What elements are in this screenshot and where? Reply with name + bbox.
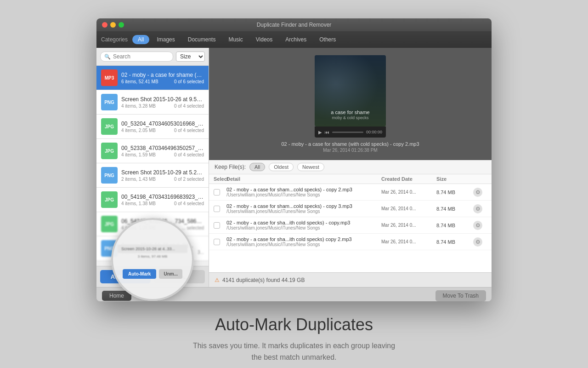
- item-count: 4 items, 2.05 MB: [121, 128, 156, 133]
- item-selected: 0 of 4 selected: [174, 201, 204, 206]
- mag-unmark-button[interactable]: Unm...: [159, 269, 182, 279]
- promo-section: Auto-Mark Duplicates This saves you time…: [184, 301, 404, 368]
- col-size: Size: [436, 176, 473, 182]
- item-info: 00_52338_470346496350257_7364... 4 items…: [121, 145, 204, 157]
- category-all[interactable]: All: [132, 35, 149, 44]
- row-date-2: Mar 26, 2014 0...: [381, 223, 436, 228]
- item-meta: 2 items, 1.43 MB 0 of 2 selected: [121, 177, 204, 182]
- row-checkbox-0[interactable]: [214, 189, 220, 196]
- search-input[interactable]: [113, 53, 169, 60]
- list-item[interactable]: PNG Screen Shot 2015-10-29 at 5.27.41...…: [96, 163, 209, 188]
- list-item[interactable]: JPG 00_54198_470343169683923_1361... 4 i…: [96, 188, 209, 212]
- play-button[interactable]: ▶: [318, 130, 322, 135]
- item-title: 02 - moby - a case for shame (with c...: [121, 72, 204, 78]
- file-type-icon: MP3: [101, 69, 118, 86]
- list-item[interactable]: JPG 00_53204_470346053016968_5011... 4 i…: [96, 115, 209, 139]
- time-display: 00:00:00: [366, 130, 382, 134]
- right-panel: a case for shame moby & cold specks ▶ ⏮ …: [209, 48, 492, 287]
- keep-newest-button[interactable]: Newest: [297, 163, 324, 171]
- category-videos[interactable]: Videos: [250, 35, 278, 44]
- row-action-0[interactable]: ⚙: [473, 188, 482, 197]
- item-selected: 0 of 4 selected: [174, 128, 204, 133]
- file-info: 02 - moby - a case for shame (with cold …: [281, 141, 419, 153]
- window-controls: [102, 22, 124, 28]
- item-info: 02 - moby - a case for shame (with c... …: [121, 72, 204, 84]
- list-item[interactable]: JPG 00_52338_470346496350257_7364... 4 i…: [96, 139, 209, 163]
- item-selected: 3...: [198, 250, 204, 255]
- promo-title: Auto-Mark Duplicates: [193, 315, 395, 334]
- file-type-icon: JPG: [101, 118, 118, 135]
- table-row: 02 - moby - a case for sham...cold speck…: [209, 184, 492, 201]
- app-window: Duplicate Finder and Remover Categories …: [96, 18, 492, 301]
- window-title: Duplicate Finder and Remover: [257, 22, 332, 28]
- item-count: 4 items, 1.38 MB: [121, 201, 156, 206]
- row-action-1[interactable]: ⚙: [473, 204, 482, 213]
- row-filename-3: 02 - moby - a case for sha...ith cold sp…: [226, 236, 381, 242]
- item-meta: 6 items, 52.41 MB 0 of 6 selected: [121, 79, 204, 84]
- preview-file-date: Mar 26, 2014 01:26:38 PM: [281, 148, 419, 153]
- move-to-trash-button[interactable]: Move To Trash: [435, 290, 486, 301]
- close-button[interactable]: [102, 22, 107, 28]
- row-path-2: /Users/william.jones/Music/iTunes/New So…: [226, 225, 381, 230]
- mag-auto-mark-button[interactable]: Auto-Mark: [123, 269, 156, 279]
- search-box[interactable]: 🔍: [100, 52, 173, 62]
- item-count: 2 items, 1.43 MB: [121, 177, 156, 182]
- keep-bar: Keep File(s): All Oldest Newest: [209, 160, 492, 174]
- item-info: 00_53204_470346053016968_5011... 4 items…: [121, 121, 204, 133]
- magnifier-overlay: Screen 2015-10-26 at 4..33... 3 items, 9…: [111, 218, 194, 301]
- search-icon: 🔍: [104, 54, 111, 60]
- media-controls: ▶ ⏮ 00:00:00: [315, 126, 386, 138]
- item-title: Screen Shot 2015-10-29 at 5.27.41...: [121, 169, 204, 176]
- row-checkbox-2[interactable]: [214, 222, 220, 229]
- album-title: a case for shame: [331, 109, 369, 115]
- list-item[interactable]: MP3 02 - moby - a case for shame (with c…: [96, 66, 209, 90]
- row-action-3[interactable]: ⚙: [473, 237, 482, 247]
- magnifier-buttons: Auto-Mark Unm...: [118, 269, 187, 279]
- row-path-1: /Users/william.jones/Music/iTunes/New So…: [226, 209, 381, 214]
- item-count: 4 items, 1.59 MB: [121, 152, 156, 157]
- table-row: 02 - moby - a case for sha...ith cold sp…: [209, 234, 492, 250]
- sort-select[interactable]: Size Name Date: [176, 52, 205, 62]
- item-title: 00_52338_470346496350257_7364...: [121, 145, 204, 151]
- magnifier-content: Screen 2015-10-26 at 4..33... 3 items, 9…: [113, 240, 192, 265]
- row-checkbox-3[interactable]: [214, 239, 220, 245]
- category-images[interactable]: Images: [151, 35, 180, 44]
- sidebar-bottom-bar: Auto-Mark Unm... Screen 2015-10-26 at 4.…: [96, 266, 209, 287]
- row-size-2: 8.74 MB: [436, 223, 473, 228]
- file-type-icon: JPG: [101, 191, 118, 208]
- row-action-2[interactable]: ⚙: [473, 221, 482, 230]
- col-detail: Detail: [226, 176, 381, 182]
- category-documents[interactable]: Documents: [182, 35, 221, 44]
- item-info: Screen Shot 2015-10-29 at 5.27.41... 2 i…: [121, 169, 204, 182]
- minimize-button[interactable]: [110, 22, 116, 28]
- keep-all-button[interactable]: All: [249, 163, 265, 171]
- keep-oldest-button[interactable]: Oldest: [269, 163, 294, 171]
- category-archives[interactable]: Archives: [280, 35, 312, 44]
- col-date: Created Date: [381, 176, 436, 182]
- album-art-text: a case for shame moby & cold specks: [331, 109, 369, 121]
- sidebar-toolbar: 🔍 Size Name Date: [96, 48, 209, 66]
- rewind-button[interactable]: ⏮: [325, 130, 329, 135]
- row-filename-0: 02 - moby - a case for sham...cold speck…: [226, 187, 381, 192]
- table-body: 02 - moby - a case for sham...cold speck…: [209, 184, 492, 272]
- item-selected: 0 of 4 selected: [174, 152, 204, 157]
- list-item[interactable]: PNG Screen Shot 2015-10-26 at 9.59.47...…: [96, 90, 209, 115]
- row-size-3: 8.74 MB: [436, 239, 473, 245]
- mag-item-meta-1: 3 items, 97.48 MB: [118, 254, 187, 259]
- album-artist: moby & cold specks: [331, 115, 369, 121]
- category-music[interactable]: Music: [223, 35, 248, 44]
- mag-item-1: Screen 2015-10-26 at 4..33...: [118, 245, 187, 253]
- item-count: 4 items, 3.28 MB: [121, 104, 156, 109]
- table-row: 02 - moby - a case for sham...cold speck…: [209, 201, 492, 217]
- maximize-button[interactable]: [119, 22, 124, 28]
- row-path-0: /Users/william.jones/Music/iTunes/New So…: [226, 192, 381, 197]
- row-checkbox-1[interactable]: [214, 206, 220, 212]
- item-meta: 4 items, 3.28 MB 0 of 4 selected: [121, 104, 204, 109]
- row-size-1: 8.74 MB: [436, 206, 473, 212]
- preview-area: a case for shame moby & cold specks ▶ ⏮ …: [209, 48, 492, 160]
- item-meta: 4 items, 1.38 MB 0 of 4 selected: [121, 201, 204, 206]
- warning-icon: ⚠: [215, 277, 220, 283]
- row-detail-1: 02 - moby - a case for sham...cold speck…: [226, 203, 381, 214]
- category-others[interactable]: Others: [314, 35, 341, 44]
- progress-bar[interactable]: [332, 132, 363, 133]
